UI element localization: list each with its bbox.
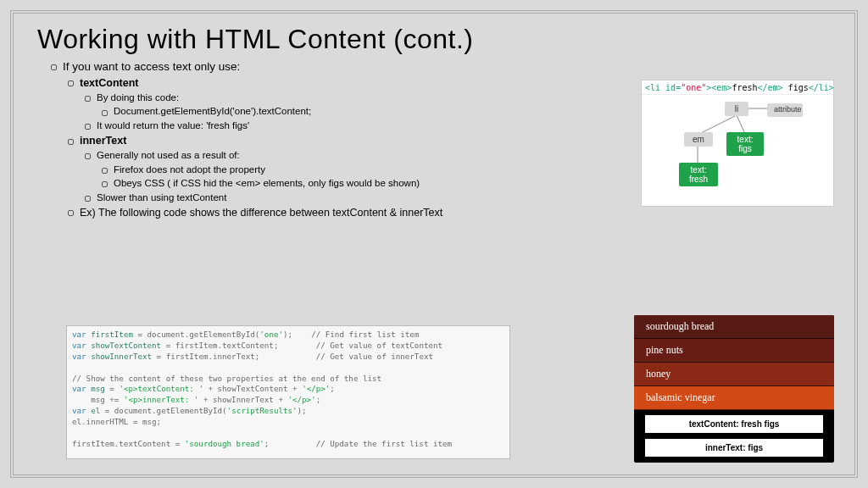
node-attribute: attribute bbox=[767, 103, 803, 117]
bullet-it-sub1: Generally not used as a result of: bbox=[85, 148, 559, 163]
bullet-it-f3: Slower than using textContent bbox=[85, 191, 559, 205]
slide-title: Working with HTML Content (cont.) bbox=[37, 24, 834, 55]
result-row: pine nuts bbox=[634, 339, 834, 363]
result-row: balsamic vinegar bbox=[634, 386, 834, 410]
slide: Working with HTML Content (cont.) If you… bbox=[0, 0, 868, 488]
bullet-it-f2: Obeys CSS ( if CSS hid the <em> elements… bbox=[102, 176, 559, 191]
bullet-tc-sub2: It would return the value: 'fresh figs' bbox=[85, 119, 559, 133]
result-btn-textcontent: textContent: fresh figs bbox=[644, 414, 824, 434]
node-text-fresh: text: fresh bbox=[679, 163, 718, 186]
result-row: sourdough bread bbox=[634, 315, 834, 339]
node-text-figs: text: figs bbox=[726, 132, 764, 156]
svg-line-0 bbox=[699, 115, 737, 134]
bullet-innertext-label: innerText bbox=[68, 133, 559, 148]
slide-inner: Working with HTML Content (cont.) If you… bbox=[10, 10, 858, 478]
bullet-tc-code: Document.getElementById('one').textConte… bbox=[102, 104, 559, 119]
svg-line-1 bbox=[737, 115, 745, 134]
bullet-intro: If you want to access text only use: bbox=[51, 58, 559, 75]
result-row: honey bbox=[634, 363, 834, 386]
dom-tree-diagram: <li id="one"><em>fresh</em> figs</li> li… bbox=[641, 80, 834, 207]
bullet-ex: Ex) The following code shows the differe… bbox=[68, 205, 559, 220]
bullet-tc-sub1: By doing this code: bbox=[85, 91, 559, 105]
diagram-tree: li attribute em text: figs text: fresh bbox=[642, 95, 833, 195]
diagram-code-line: <li id="one"><em>fresh</em> figs</li> bbox=[642, 80, 833, 95]
result-btn-innertext: innerText: figs bbox=[644, 438, 824, 458]
bullet-textcontent-label: textContent bbox=[68, 75, 559, 91]
node-em: em bbox=[684, 132, 713, 147]
node-li: li bbox=[725, 102, 748, 116]
bullet-it-f1: Firefox does not adopt the property bbox=[102, 163, 559, 177]
bullet-list: If you want to access text only use: tex… bbox=[51, 58, 559, 220]
result-panel: sourdough bread pine nuts honey balsamic… bbox=[634, 315, 834, 463]
js-code-block: var firstItem = document.getElementById(… bbox=[66, 325, 510, 459]
